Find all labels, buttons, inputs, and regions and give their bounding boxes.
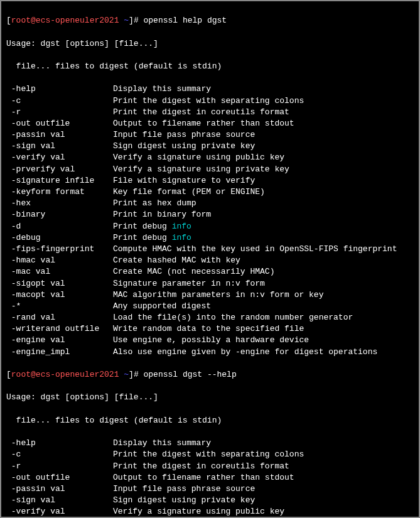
option-line: -cPrint the digest with separating colon… [6,449,414,460]
option-line: -out outfileOutput to filename rather th… [6,118,414,129]
info-keyword: info [172,233,191,242]
option-flag: -verify val [6,506,113,517]
option-description: Verify a signature using public key [113,152,284,163]
option-description: Also use engine given by -engine for dig… [113,347,377,358]
option-flag: -out outfile [6,472,113,483]
option-line: -keyform formatKey file format (PEM or E… [6,186,414,198]
option-flag: -passin val [6,483,113,495]
option-flag: -engine val [6,335,113,346]
option-line: -passin valInput file pass phrase source [6,129,414,141]
option-description: File with signature to verify [113,175,255,186]
option-description: Sign digest using private key [113,495,255,506]
option-line: -sigopt valSignature parameter in n:v fo… [6,278,414,289]
option-line: -cPrint the digest with separating colon… [6,95,414,107]
prompt-line-2[interactable]: [root@ecs-openeuler2021 ~]# openssl dgst… [6,369,414,380]
option-description: MAC algorithm parameters in n:v form or … [113,289,323,301]
option-flag: -* [6,301,113,312]
option-flag: -d [6,221,113,232]
option-line: -verify valVerify a signature using publ… [6,506,414,517]
option-line: -*Any supported digest [6,301,414,312]
option-flag: -sign val [6,495,113,506]
option-line: -prverify valVerify a signature using pr… [6,164,414,175]
option-description: Write random data to the specified file [113,323,304,335]
option-flag: -binary [6,209,113,220]
option-flag: -sign val [6,141,113,152]
usage-line: Usage: dgst [options] [file...] [6,38,414,50]
option-line: -sign valSign digest using private key [6,141,414,152]
option-flag: -fips-fingerprint [6,244,113,255]
option-description: Print the digest with separating colons [113,95,304,107]
option-flag: -keyform format [6,186,113,198]
option-line: -helpDisplay this summary [6,84,414,95]
option-flag: -prverify val [6,164,113,175]
option-line: -macopt valMAC algorithm parameters in n… [6,289,414,301]
option-flag: -macopt val [6,289,113,301]
option-line: -hmac valCreate hashed MAC with key [6,255,414,266]
option-line: -writerand outfileWrite random data to t… [6,323,414,335]
option-flag: -hex [6,198,113,209]
option-description: Display this summary [113,438,211,449]
option-description: Print in binary form [113,209,211,220]
option-line: -rPrint the digest in coreutils format [6,461,414,472]
file-desc-line: file... files to digest (default is stdi… [6,61,414,72]
option-description: Output to filename rather than stdout [113,118,294,129]
terminal-output: [root@ecs-openeuler2021 ~]# openssl help… [1,1,419,518]
usage-line-2: Usage: dgst [options] [file...] [6,392,414,403]
option-description: Print the digest in coreutils format [113,461,289,472]
option-description: Signature parameter in n:v form [113,278,265,289]
option-line: -mac valCreate MAC (not necessarily HMAC… [6,266,414,278]
option-flag: -hmac val [6,255,113,266]
option-description: Compute HMAC with the key used in OpenSS… [113,244,397,255]
option-line: -signature infileFile with signature to … [6,175,414,186]
option-flag: -r [6,461,113,472]
option-line: -engine valUse engine e, possibly a hard… [6,335,414,346]
option-description: Verify a signature using private key [113,164,289,175]
option-description: Output to filename rather than stdout [113,472,294,483]
option-line: -sign valSign digest using private key [6,495,414,506]
option-flag: -out outfile [6,118,113,129]
option-flag: -debug [6,232,113,244]
option-description: Create MAC (not necessarily HMAC) [113,266,274,278]
option-line: -helpDisplay this summary [6,438,414,449]
option-description: Load the file(s) into the random number … [113,312,353,323]
file-desc-line-2: file... files to digest (default is stdi… [6,415,414,426]
option-line: -fips-fingerprintCompute HMAC with the k… [6,244,414,255]
option-line: -hexPrint as hex dump [6,198,414,209]
option-description: Use engine e, possibly a hardware device [113,335,309,346]
prompt-line-1[interactable]: [root@ecs-openeuler2021 ~]# openssl help… [6,15,414,26]
option-flag: -c [6,95,113,107]
option-description: Key file format (PEM or ENGINE) [113,186,265,198]
option-flag: -sigopt val [6,278,113,289]
option-flag: -signature infile [6,175,113,186]
option-line: -binaryPrint in binary form [6,209,414,220]
option-flag: -verify val [6,152,113,163]
option-flag: -passin val [6,129,113,141]
info-keyword: info [172,222,191,231]
option-line: -rand valLoad the file(s) into the rando… [6,312,414,323]
option-flag: -writerand outfile [6,323,113,335]
option-line: -dPrint debug info [6,221,414,232]
option-line: -debugPrint debug info [6,232,414,244]
option-line: -passin valInput file pass phrase source [6,483,414,495]
option-description: Input file pass phrase source [113,129,255,141]
option-line: -out outfileOutput to filename rather th… [6,472,414,483]
option-description: Print the digest with separating colons [113,449,304,460]
option-line: -rPrint the digest in coreutils format [6,107,414,118]
option-flag: -engine_impl [6,347,113,358]
option-line: -verify valVerify a signature using publ… [6,152,414,163]
option-description: Sign digest using private key [113,141,255,152]
option-description: Print debug info [113,232,191,244]
option-description: Input file pass phrase source [113,483,255,495]
option-flag: -mac val [6,266,113,278]
option-description: Print the digest in coreutils format [113,107,289,118]
option-description: Any supported digest [113,301,211,312]
option-description: Print debug info [113,221,191,232]
option-flag: -r [6,107,113,118]
option-line: -engine_implAlso use engine given by -en… [6,347,414,358]
option-flag: -help [6,84,113,95]
option-flag: -c [6,449,113,460]
option-flag: -rand val [6,312,113,323]
option-description: Verify a signature using public key [113,506,284,517]
option-description: Create hashed MAC with key [113,255,240,266]
option-description: Print as hex dump [113,198,197,209]
